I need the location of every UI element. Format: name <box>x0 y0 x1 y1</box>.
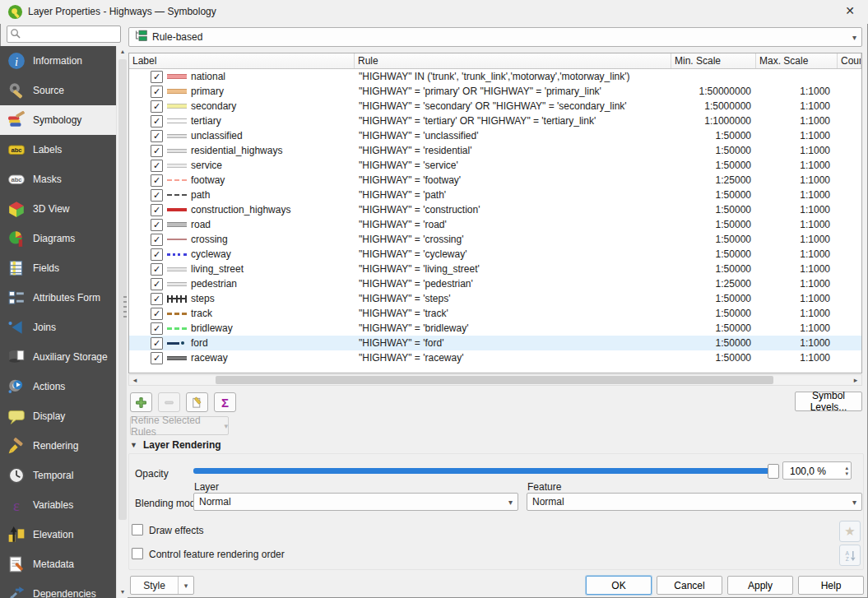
rule-checkbox[interactable]: ✓ <box>151 204 163 216</box>
sidebar-item-metadata[interactable]: Metadata <box>0 549 116 579</box>
rule-symbol[interactable] <box>167 149 187 153</box>
apply-button[interactable]: Apply <box>727 576 793 595</box>
table-row[interactable]: ✓steps"HIGHWAY" = 'steps'1:500001:1000 <box>129 291 861 306</box>
sidebar-item-elevation[interactable]: Elevation <box>0 520 116 549</box>
rule-checkbox[interactable]: ✓ <box>151 322 163 335</box>
column-header-count[interactable]: Count <box>838 53 861 68</box>
table-row[interactable]: ✓service"HIGHWAY" = 'service'1:500001:10… <box>129 158 861 173</box>
sidebar-item-masks[interactable]: abcMasks <box>0 165 116 194</box>
rule-checkbox[interactable]: ✓ <box>151 248 163 261</box>
add-rule-button[interactable] <box>130 392 152 412</box>
rule-checkbox[interactable]: ✓ <box>151 308 163 320</box>
sidebar-item-variables[interactable]: εVariables <box>0 490 116 520</box>
rule-checkbox[interactable]: ✓ <box>151 100 163 113</box>
rule-checkbox[interactable]: ✓ <box>151 160 163 172</box>
sidebar-item-3d-view[interactable]: 3D View <box>0 194 116 224</box>
rule-checkbox[interactable]: ✓ <box>151 234 163 246</box>
rule-symbol[interactable] <box>167 267 187 271</box>
sidebar-item-temporal[interactable]: Temporal <box>0 461 116 490</box>
table-row[interactable]: ✓road"HIGHWAY" = 'road'1:500001:1000 <box>129 217 861 232</box>
rule-checkbox[interactable]: ✓ <box>151 352 163 364</box>
sidebar-item-symbology[interactable]: Symbology <box>0 105 116 135</box>
sidebar-item-source[interactable]: Source <box>0 76 116 105</box>
column-header-rule[interactable]: Rule <box>355 53 671 68</box>
rule-checkbox[interactable]: ✓ <box>151 174 163 187</box>
rule-symbol[interactable] <box>167 341 187 345</box>
scroll-left-icon[interactable]: ◂ <box>129 375 141 385</box>
rule-symbol[interactable] <box>167 179 187 181</box>
table-row[interactable]: ✓secondary"HIGHWAY" = 'secondary' OR "HI… <box>129 99 861 114</box>
close-icon[interactable]: ✕ <box>842 4 858 17</box>
rule-symbol[interactable] <box>167 295 187 303</box>
remove-rule-button[interactable] <box>158 392 180 412</box>
sidebar-item-display[interactable]: Display <box>0 401 116 431</box>
sidebar-item-joins[interactable]: Joins <box>0 313 116 342</box>
rule-symbol[interactable] <box>167 194 187 196</box>
column-header-label[interactable]: Label <box>129 53 355 68</box>
layer-rendering-collapse[interactable]: ▼ Layer Rendering <box>130 439 221 451</box>
horizontal-scrollbar[interactable]: ◂ ▸ <box>128 374 862 386</box>
rule-checkbox[interactable]: ✓ <box>151 86 163 98</box>
rule-symbol[interactable] <box>167 74 187 79</box>
rule-symbol[interactable] <box>167 164 187 168</box>
table-row[interactable]: ✓raceway"HIGHWAY" = 'raceway'1:500001:10… <box>129 350 861 365</box>
rule-symbol[interactable] <box>167 208 187 211</box>
table-row[interactable]: ✓pedestrian"HIGHWAY" = 'pedestrian'1:250… <box>129 276 861 291</box>
rule-checkbox[interactable]: ✓ <box>151 115 163 127</box>
sidebar-item-rendering[interactable]: Rendering <box>0 431 116 461</box>
rule-checkbox[interactable]: ✓ <box>151 337 163 350</box>
effects-options-button[interactable]: ★ <box>839 521 861 542</box>
rule-symbol[interactable] <box>167 327 187 330</box>
scroll-right-icon[interactable]: ▸ <box>850 375 861 385</box>
table-row[interactable]: ✓national"HIGHWAY" IN ('trunk', 'trunk_l… <box>129 69 861 84</box>
layer-blend-select[interactable]: Normal ▾ <box>193 493 518 511</box>
rule-checkbox[interactable]: ✓ <box>151 145 163 157</box>
rule-checkbox[interactable]: ✓ <box>151 278 163 290</box>
table-row[interactable]: ✓footway"HIGHWAY" = 'footway'1:250001:10… <box>129 173 861 188</box>
scroll-down-icon[interactable]: ▾ <box>117 586 128 598</box>
control-rendering-order-checkbox[interactable] <box>132 548 143 559</box>
rule-symbol[interactable] <box>167 253 187 256</box>
column-header-max-scale[interactable]: Max. Scale <box>756 53 838 68</box>
refine-selected-rules-button[interactable]: Refine Selected Rules ▾ <box>130 416 229 435</box>
column-header-min-scale[interactable]: Min. Scale <box>671 53 756 68</box>
edit-rule-button[interactable] <box>186 392 208 412</box>
rule-symbol[interactable] <box>167 89 187 94</box>
sidebar-item-dependencies[interactable]: Dependencies <box>0 579 116 598</box>
table-row[interactable]: ✓unclassified"HIGHWAY" = 'unclassified'1… <box>129 128 861 143</box>
ok-button[interactable]: OK <box>586 576 652 595</box>
horizontal-scroll-thumb[interactable] <box>216 376 773 384</box>
renderer-select[interactable]: Rule-based ▾ <box>128 27 862 47</box>
sum-counts-button[interactable]: Σ <box>214 392 236 412</box>
search-input[interactable] <box>23 28 117 41</box>
sidebar-item-attributes-form[interactable]: Attributes Form <box>0 283 116 313</box>
table-row[interactable]: ✓primary"HIGHWAY" = 'primary' OR "HIGHWA… <box>129 84 861 99</box>
panel-splitter-handle[interactable] <box>123 296 127 318</box>
table-row[interactable]: ✓living_street"HIGHWAY" = 'living_street… <box>129 262 861 276</box>
table-row[interactable]: ✓cycleway"HIGHWAY" = 'cycleway'1:500001:… <box>129 247 861 262</box>
rule-symbol[interactable] <box>167 104 187 109</box>
feature-blend-select[interactable]: Normal ▾ <box>527 493 862 511</box>
table-row[interactable]: ✓tertiary"HIGHWAY" = 'tertiary' OR "HIGH… <box>129 114 861 128</box>
sidebar-scrollbar[interactable]: ▴ ▾ <box>116 46 128 598</box>
scroll-up-icon[interactable]: ▴ <box>117 46 128 58</box>
table-row[interactable]: ✓residential_highways"HIGHWAY" = 'reside… <box>129 143 861 158</box>
sidebar-item-auxiliary-storage[interactable]: Auxiliary Storage <box>0 342 116 372</box>
help-button[interactable]: Help <box>798 576 864 595</box>
sidebar-item-information[interactable]: iInformation <box>0 46 116 76</box>
opacity-input[interactable] <box>788 465 839 478</box>
rule-checkbox[interactable]: ✓ <box>151 130 163 142</box>
rule-symbol[interactable] <box>167 222 187 227</box>
sidebar-item-labels[interactable]: abcLabels <box>0 135 116 165</box>
sidebar-scroll-thumb[interactable] <box>118 59 127 520</box>
table-row[interactable]: ✓construction_highways"HIGHWAY" = 'const… <box>129 202 861 217</box>
rule-symbol[interactable] <box>167 118 187 123</box>
rule-checkbox[interactable]: ✓ <box>151 293 163 305</box>
rule-symbol[interactable] <box>167 134 187 138</box>
rule-checkbox[interactable]: ✓ <box>151 189 163 202</box>
rule-symbol[interactable] <box>167 313 187 315</box>
opacity-slider[interactable] <box>193 463 779 478</box>
opacity-slider-track[interactable] <box>193 468 779 474</box>
draw-effects-checkbox[interactable] <box>132 524 143 535</box>
table-row[interactable]: ✓ford"HIGHWAY" = 'ford'1:500001:1000 <box>129 336 861 350</box>
